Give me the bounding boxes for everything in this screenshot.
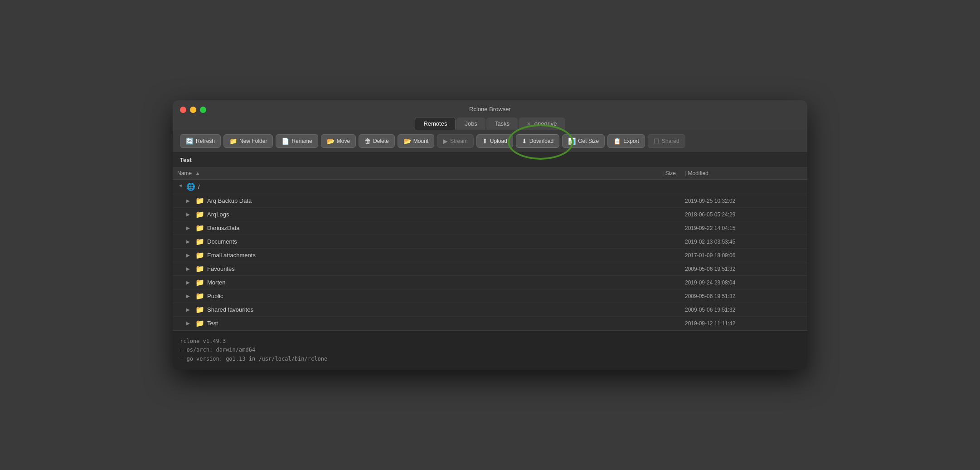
table-row[interactable]: ▶ 📁 Arq Backup Data 2019-09-25 10:32:02 — [173, 194, 807, 208]
table-row[interactable]: ▶ 📁 ArqLogs 2018-06-05 05:24:29 — [173, 208, 807, 221]
table-row[interactable]: ▶ 📁 Documents 2019-02-13 03:53:45 — [173, 235, 807, 249]
export-icon: 📋 — [613, 137, 621, 145]
file-name-cell: ▶ 📁 DariuszData — [177, 224, 612, 232]
shared-button[interactable]: ☐ Shared — [648, 134, 685, 148]
download-button[interactable]: ⬇ Download — [516, 134, 559, 148]
file-name-cell: ▶ 📁 Documents — [177, 237, 612, 246]
expand-icon[interactable]: ▶ — [186, 212, 193, 217]
delete-icon: 🗑 — [364, 137, 371, 145]
table-row[interactable]: ▼ 🌐 / — [173, 180, 807, 194]
export-button[interactable]: 📋 Export — [607, 134, 645, 148]
download-icon: ⬇ — [522, 137, 527, 145]
folder-icon: 📁 — [195, 278, 204, 287]
file-name-cell: ▶ 📁 Public — [177, 292, 612, 300]
expand-root-icon[interactable]: ▼ — [178, 184, 183, 190]
window-title: Rclone Browser — [469, 106, 511, 113]
folder-icon: 📁 — [195, 196, 204, 205]
globe-icon: 🌐 — [186, 182, 195, 191]
file-name-cell: ▶ 📁 ArqLogs — [177, 210, 612, 219]
file-name-cell: ▶ 📁 Test — [177, 319, 612, 328]
get-size-icon: 📊 — [568, 137, 576, 145]
delete-button[interactable]: 🗑 Delete — [359, 134, 395, 148]
refresh-button[interactable]: 🔄 Refresh — [180, 134, 221, 148]
tab-remotes[interactable]: Remotes — [415, 117, 456, 130]
table-row[interactable]: ▶ 📁 Test 2019-09-12 11:11:42 — [173, 317, 807, 330]
status-bar: rclone v1.49.3 - os/arch: darwin/amd64 -… — [173, 330, 807, 370]
main-window: Rclone Browser Remotes Jobs Tasks ✕ oned… — [173, 100, 807, 370]
expand-icon[interactable]: ▶ — [186, 307, 193, 312]
root-modified-cell — [680, 180, 807, 194]
table-row[interactable]: ▶ 📁 Shared favourites 2009-05-06 19:51:3… — [173, 303, 807, 317]
status-text: rclone v1.49.3 - os/arch: darwin/amd64 -… — [180, 337, 800, 363]
upload-button[interactable]: ⬆ Upload — [476, 134, 513, 148]
table-row[interactable]: ▶ 📁 Favourites 2009-05-06 19:51:32 — [173, 262, 807, 276]
file-name-cell: ▶ 📁 Email attachments — [177, 251, 612, 259]
table-row[interactable]: ▶ 📁 Email attachments 2017-01-09 18:09:0… — [173, 249, 807, 262]
content-area: Test Name ▲ | Size | Modified — [173, 153, 807, 330]
shared-icon: ☐ — [654, 137, 660, 145]
folder-icon: 📁 — [195, 319, 204, 328]
file-name-cell: ▶ 📁 Morten — [177, 278, 612, 287]
upload-icon: ⬆ — [482, 137, 488, 145]
rename-icon: 📄 — [281, 137, 289, 145]
expand-icon[interactable]: ▶ — [186, 239, 193, 244]
file-name-cell: ▶ 📁 Favourites — [177, 264, 612, 273]
folder-icon: 📁 — [195, 210, 204, 219]
tab-bar: Remotes Jobs Tasks ✕ onedrive — [415, 117, 565, 130]
mount-icon: 📂 — [403, 137, 411, 145]
expand-icon[interactable]: ▶ — [186, 225, 193, 230]
table-row[interactable]: ▶ 📁 DariuszData 2019-09-22 14:04:15 — [173, 221, 807, 235]
table-header-row: Name ▲ | Size | Modified — [173, 167, 807, 180]
expand-icon[interactable]: ▶ — [186, 198, 193, 203]
column-header-size[interactable]: | Size — [617, 167, 680, 180]
folder-icon: 📁 — [195, 292, 204, 300]
tab-jobs[interactable]: Jobs — [456, 118, 485, 130]
traffic-lights — [180, 107, 206, 113]
stream-button[interactable]: ▶ Stream — [437, 134, 474, 148]
refresh-icon: 🔄 — [186, 137, 194, 145]
maximize-button[interactable] — [200, 107, 206, 113]
root-cell: ▼ 🌐 / — [173, 180, 617, 194]
toolbar: 🔄 Refresh 📁 New Folder 📄 Rename 📂 Move 🗑… — [173, 130, 807, 153]
file-table: Name ▲ | Size | Modified — [173, 167, 807, 330]
table-row[interactable]: ▶ 📁 Morten 2019-09-24 23:08:04 — [173, 276, 807, 289]
tab-tasks[interactable]: Tasks — [486, 118, 518, 130]
folder-icon: 📁 — [195, 224, 204, 232]
expand-icon[interactable]: ▶ — [186, 321, 193, 326]
new-folder-icon: 📁 — [229, 137, 237, 145]
expand-icon[interactable]: ▶ — [186, 280, 193, 285]
folder-icon: 📁 — [195, 264, 204, 273]
move-button[interactable]: 📂 Move — [321, 134, 356, 148]
breadcrumb: Test — [173, 153, 807, 167]
mount-button[interactable]: 📂 Mount — [398, 134, 434, 148]
title-bar: Rclone Browser Remotes Jobs Tasks ✕ oned… — [173, 100, 807, 130]
column-header-name[interactable]: Name ▲ — [173, 167, 617, 180]
root-name-cell: ▼ 🌐 / — [177, 182, 612, 191]
get-size-button[interactable]: 📊 Get Size — [562, 134, 605, 148]
close-tab-icon[interactable]: ✕ — [527, 121, 531, 127]
root-size-cell — [617, 180, 680, 194]
rename-button[interactable]: 📄 Rename — [276, 134, 318, 148]
new-folder-button[interactable]: 📁 New Folder — [223, 134, 273, 148]
folder-icon: 📁 — [195, 237, 204, 246]
file-name-cell: ▶ 📁 Arq Backup Data — [177, 196, 612, 205]
table-row[interactable]: ▶ 📁 Public 2009-05-06 19:51:32 — [173, 289, 807, 303]
sort-asc-icon: ▲ — [195, 170, 200, 176]
tab-onedrive[interactable]: ✕ onedrive — [519, 118, 565, 130]
close-button[interactable] — [180, 107, 186, 113]
move-icon: 📂 — [327, 137, 335, 145]
folder-icon: 📁 — [195, 251, 204, 259]
folder-icon: 📁 — [195, 305, 204, 314]
expand-icon[interactable]: ▶ — [186, 253, 193, 258]
file-name-cell: ▶ 📁 Shared favourites — [177, 305, 612, 314]
expand-icon[interactable]: ▶ — [186, 266, 193, 271]
column-header-modified[interactable]: | Modified — [680, 167, 807, 180]
stream-icon: ▶ — [443, 137, 448, 145]
minimize-button[interactable] — [190, 107, 196, 113]
expand-icon[interactable]: ▶ — [186, 294, 193, 299]
